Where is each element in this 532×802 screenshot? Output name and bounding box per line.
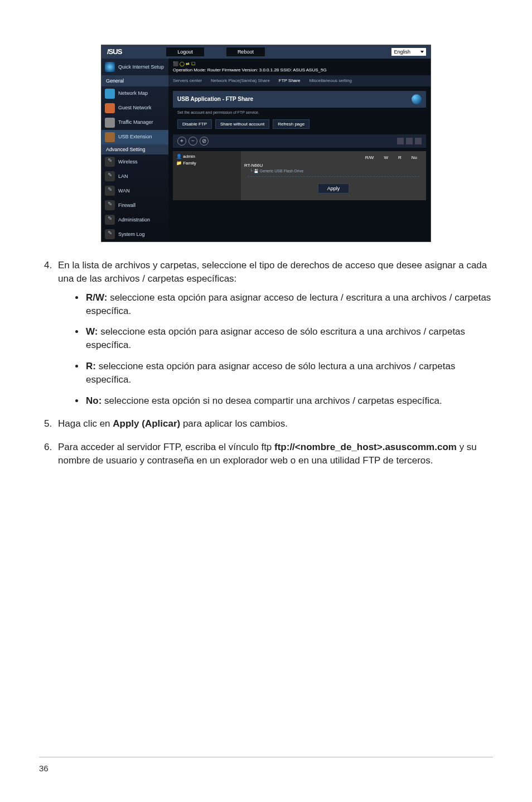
sidebar-item-wireless[interactable]: ✎Wireless <box>101 154 168 169</box>
user-list: 👤 admin 📁 Family <box>173 151 241 200</box>
panel-title: USB Application - FTP Share <box>173 91 426 108</box>
usb-icon <box>105 132 115 142</box>
reboot-button[interactable]: Reboot <box>226 47 265 56</box>
guest-icon <box>105 103 115 113</box>
sidebar-item-traffic[interactable]: Traffic Manager <box>101 115 168 130</box>
step-6: Para acceder al servidor FTP, escriba el… <box>55 441 493 467</box>
drive-name[interactable]: └ 💾 Generic USB Flash Drive <box>244 168 423 174</box>
sidebar-qis[interactable]: Quick Internet Setup <box>101 59 168 76</box>
disable-ftp-button[interactable]: Disable FTP <box>177 119 212 129</box>
logout-button[interactable]: Logout <box>166 47 204 56</box>
share-without-account-button[interactable]: Share without account <box>215 119 269 129</box>
footer-rule <box>39 757 493 757</box>
perm-no: No <box>412 154 417 161</box>
tab-servers[interactable]: Servers center <box>168 75 206 86</box>
instruction-list: En la lista de archivos y carpetas, sele… <box>39 259 493 467</box>
tab-samba[interactable]: Network Place(Samba) Share <box>206 75 274 86</box>
router-ui-screenshot: /SUS Logout Reboot English Quick Interne… <box>101 45 431 242</box>
sidebar-item-firewall[interactable]: ✎Firewall <box>101 198 168 212</box>
user-admin[interactable]: 👤 admin <box>176 153 238 160</box>
qis-label: Quick Internet Setup <box>118 64 164 71</box>
folder-tree: R/W W R No RT-N66U └ 💾 Generic USB Flash… <box>241 151 426 200</box>
icon2[interactable] <box>406 138 413 144</box>
sidebar: Quick Internet Setup General Network Map… <box>101 59 168 241</box>
bullet-no: No: seleccione esta opción si no desea c… <box>85 394 493 408</box>
user-family[interactable]: 📁 Family <box>176 160 238 166</box>
sidebar-item-netmap[interactable]: Network Map <box>101 86 168 101</box>
bullet-w: W: seleccione esta opción para asignar a… <box>85 325 493 352</box>
edit-icon[interactable]: ⊘ <box>200 137 209 146</box>
traffic-icon <box>105 118 115 128</box>
perm-w: W <box>384 154 388 161</box>
remove-icon[interactable]: − <box>188 137 197 146</box>
bullet-rw: R/W: seleccione esta opción para asignar… <box>85 291 493 318</box>
refresh-page-button[interactable]: Refresh page <box>273 119 309 129</box>
tab-ftp[interactable]: FTP Share <box>274 75 305 86</box>
icon3[interactable] <box>415 138 422 144</box>
bullet-r: R: seleccione esta opción para asignar a… <box>85 360 493 386</box>
sidebar-item-syslog[interactable]: ✎System Log <box>101 227 168 241</box>
sidebar-section-general: General <box>101 76 168 86</box>
main-panel: ⬛ ◯ ⇄ ☐ Operation Mode: Router Firmware … <box>168 59 431 241</box>
tabs: Servers center Network Place(Samba) Shar… <box>168 75 431 86</box>
globe-icon <box>105 62 115 72</box>
toolbar: + − ⊘ <box>173 134 426 148</box>
perm-rw: R/W <box>365 154 374 161</box>
sidebar-section-adv: Advanced Setting <box>101 144 168 155</box>
page-number: 36 <box>39 762 49 774</box>
panel-subtitle: Set the account and permission of FTP se… <box>173 108 426 118</box>
language-select[interactable]: English <box>391 48 426 56</box>
step-5: Haga clic en Apply (Aplicar) para aplica… <box>55 417 493 431</box>
sidebar-item-admin[interactable]: ✎Administration <box>101 212 168 227</box>
step-4: En la lista de archivos y carpetas, sele… <box>55 259 493 407</box>
perm-r: R <box>398 154 402 161</box>
sidebar-item-lan[interactable]: ✎LAN <box>101 169 168 183</box>
header-icons: ⬛ ◯ ⇄ ☐ <box>173 61 195 66</box>
sidebar-item-usb[interactable]: USB Extension <box>101 130 168 144</box>
tab-misc[interactable]: Miscellaneous setting <box>304 75 356 86</box>
refresh-icon[interactable] <box>412 94 422 104</box>
asus-logo: /SUS <box>107 47 122 57</box>
device-name: RT-N66U <box>244 162 423 168</box>
sidebar-item-guest[interactable]: Guest Network <box>101 101 168 115</box>
map-icon <box>105 89 115 99</box>
apply-button[interactable]: Apply <box>318 183 350 194</box>
icon1[interactable] <box>397 138 404 144</box>
header-info: ⬛ ◯ ⇄ ☐ Operation Mode: Router Firmware … <box>168 59 431 75</box>
header-mode: Operation Mode: Router Firmware Version:… <box>173 67 426 73</box>
sidebar-item-wan[interactable]: ✎WAN <box>101 183 168 198</box>
add-icon[interactable]: + <box>177 137 186 146</box>
